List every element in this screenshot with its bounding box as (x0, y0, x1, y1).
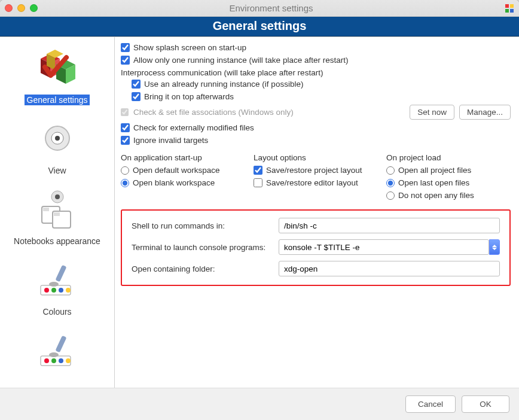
svg-point-25 (59, 288, 63, 293)
shell-label: Shell to run commands in: (132, 221, 273, 230)
svg-point-15 (53, 133, 57, 136)
sidebar-item-view[interactable]: View (0, 112, 114, 179)
save-editor-layout-label: Save/restore editor layout (266, 178, 358, 187)
file-assoc-label: Check & set file associations (Windows o… (133, 108, 294, 117)
colours-icon (33, 257, 81, 304)
check-ext-label: Check for externally modified files (133, 123, 254, 132)
svg-point-24 (51, 288, 56, 293)
svg-rect-34 (55, 336, 66, 353)
use-running-checkbox[interactable] (132, 80, 141, 89)
save-project-layout-checkbox[interactable] (254, 166, 262, 175)
main-panel: Show splash screen on start-up Allow onl… (115, 37, 519, 388)
svg-rect-3 (510, 9, 514, 13)
svg-point-17 (55, 194, 60, 199)
svg-rect-27 (55, 265, 66, 282)
open-none-label: Do not open any files (398, 191, 474, 200)
terminal-label: Terminal to launch console programs: (132, 243, 273, 252)
category-sidebar: General settings View (0, 37, 115, 388)
window-title: Environment settings (38, 3, 505, 13)
shell-input[interactable] (279, 218, 500, 233)
terminal-input[interactable] (279, 239, 489, 255)
layout-group: Layout options Save/restore project layo… (254, 153, 378, 203)
paths-highlight: Shell to run commands in: Terminal to la… (121, 209, 511, 286)
svg-point-35 (49, 352, 59, 357)
startup-group: On application start-up Open default wor… (121, 153, 245, 203)
svg-point-14 (55, 136, 60, 141)
manage-button[interactable]: Manage... (459, 105, 511, 120)
open-last-label: Open last open files (398, 178, 469, 187)
svg-point-33 (66, 358, 71, 363)
save-editor-layout-checkbox[interactable] (254, 178, 262, 187)
layout-title: Layout options (254, 153, 378, 162)
bring-top-label: Bring it on top afterwards (144, 92, 234, 101)
app-icon (505, 4, 514, 13)
ipc-group-label: Interprocess communication (will take pl… (121, 68, 511, 77)
check-ext-checkbox[interactable] (121, 123, 130, 132)
file-assoc-checkbox (121, 108, 129, 116)
page-banner: General settings (0, 17, 519, 36)
dialog-body: General settings View (0, 36, 519, 388)
svg-rect-21 (54, 212, 60, 216)
ignore-invalid-label: Ignore invalid targets (133, 136, 208, 145)
svg-point-32 (59, 358, 63, 363)
sidebar-item-notebooks[interactable]: Notebooks appearance (0, 183, 114, 250)
dialog-footer: Cancel OK (0, 388, 519, 420)
svg-rect-0 (505, 4, 509, 8)
view-icon (33, 116, 81, 163)
ok-button[interactable]: OK (462, 395, 509, 413)
svg-rect-20 (43, 208, 49, 211)
titlebar: Environment settings (0, 0, 519, 17)
startup-title: On application start-up (121, 153, 245, 162)
svg-point-31 (51, 358, 56, 363)
svg-rect-2 (505, 9, 509, 13)
sidebar-item-extra[interactable] (0, 324, 114, 382)
open-blank-label: Open blank workspace (133, 178, 215, 187)
folder-input[interactable] (279, 261, 500, 276)
sidebar-label: View (45, 165, 68, 176)
minimize-window-icon[interactable] (17, 4, 25, 12)
sidebar-label: General settings (25, 95, 90, 105)
chevron-down-icon (492, 248, 497, 250)
window-controls (5, 4, 38, 12)
open-all-radio[interactable] (386, 166, 395, 175)
project-load-group: On project load Open all project files O… (386, 153, 511, 203)
sidebar-label: Notebooks appearance (11, 236, 103, 246)
notebooks-icon (33, 187, 81, 233)
svg-point-30 (44, 358, 49, 363)
bring-top-checkbox[interactable] (132, 92, 141, 101)
svg-point-23 (44, 288, 49, 293)
cancel-button[interactable]: Cancel (405, 395, 456, 413)
open-all-label: Open all project files (398, 166, 471, 175)
one-instance-label: Allow only one running instance (will ta… (133, 56, 348, 65)
open-default-label: Open default workspace (133, 166, 220, 175)
settings-window: Environment settings General settings (0, 0, 519, 420)
splash-checkbox[interactable] (121, 43, 130, 52)
chevron-up-icon (492, 245, 497, 247)
sidebar-item-general[interactable]: General settings (0, 42, 114, 109)
splash-label: Show splash screen on start-up (133, 43, 246, 52)
folder-label: Open containing folder: (132, 264, 273, 273)
project-load-title: On project load (386, 153, 511, 162)
open-last-radio[interactable] (386, 179, 395, 187)
open-none-radio[interactable] (386, 191, 395, 200)
ignore-invalid-checkbox[interactable] (121, 136, 130, 145)
svg-rect-1 (510, 4, 514, 8)
close-window-icon[interactable] (5, 4, 13, 12)
open-blank-radio[interactable] (121, 179, 129, 187)
use-running-label: Use an already running instance (if poss… (144, 80, 303, 89)
sidebar-label: Colours (40, 306, 74, 317)
terminal-dropdown-button[interactable] (489, 239, 500, 255)
sidebar-label (55, 377, 60, 378)
sidebar-item-colours[interactable]: Colours (0, 254, 114, 321)
open-default-radio[interactable] (121, 166, 129, 175)
save-project-layout-label: Save/restore project layout (266, 166, 362, 175)
svg-point-26 (66, 288, 71, 293)
maximize-window-icon[interactable] (30, 4, 38, 12)
svg-point-28 (49, 282, 59, 287)
set-now-button[interactable]: Set now (410, 105, 454, 120)
one-instance-checkbox[interactable] (121, 56, 130, 65)
extra-icon (33, 328, 81, 375)
general-settings-icon (33, 45, 81, 92)
